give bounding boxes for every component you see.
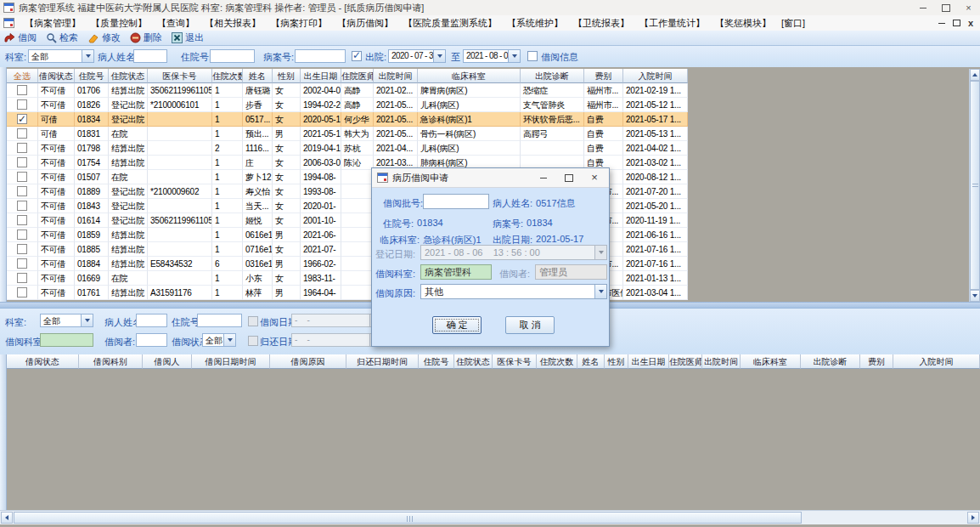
chevron-down-icon[interactable] [594, 285, 606, 298]
row-checkbox[interactable] [17, 287, 27, 298]
column-header[interactable]: 出院时间 [374, 69, 418, 83]
column-header[interactable]: 借阅日期时间 [192, 354, 270, 369]
table-row[interactable]: 不可借01798结算出院21116...女2019-04-12苏杭2021-04… [7, 141, 688, 156]
column-header[interactable]: 借阅科别 [79, 354, 143, 369]
row-checkbox[interactable] [17, 172, 27, 182]
column-header[interactable]: 归还日期时间 [346, 354, 419, 369]
menu-item[interactable]: 【病历借阅】 [332, 18, 398, 28]
table-row[interactable]: 不可借01826登记出院*21000061011步香女1994-02-20高静2… [7, 98, 688, 112]
admission-no-input[interactable] [210, 49, 255, 63]
borrow-date-checkbox[interactable] [248, 316, 258, 326]
row-checkbox[interactable] [17, 201, 27, 211]
menu-item[interactable]: 【病案打印】 [266, 18, 332, 28]
column-header[interactable]: 姓名 [243, 69, 273, 83]
chevron-down-icon[interactable] [223, 334, 235, 346]
column-header[interactable]: 全选 [7, 69, 38, 83]
row-checkbox[interactable] [17, 258, 27, 269]
menu-item[interactable]: [窗口] [776, 18, 810, 28]
discharge-checkbox[interactable] [352, 51, 362, 61]
row-checkbox[interactable] [17, 128, 27, 139]
column-header[interactable]: 住院状态 [454, 354, 493, 369]
menu-item[interactable]: 【系统维护】 [502, 18, 568, 28]
row-checkbox[interactable] [17, 215, 27, 225]
admission-no-input[interactable] [197, 314, 242, 327]
menu-item[interactable]: 【质量控制】 [86, 18, 152, 28]
borrow-status-select[interactable]: 全部 [202, 333, 236, 347]
row-checkbox[interactable] [17, 273, 27, 283]
column-header[interactable]: 住院号 [419, 354, 454, 369]
dialog-close-icon[interactable]: × [582, 168, 607, 187]
column-header[interactable]: 住院次数 [537, 354, 577, 369]
column-header[interactable]: 性别 [605, 354, 628, 369]
horizontal-scrollbar[interactable] [0, 510, 980, 524]
column-header[interactable]: 借阅原因 [270, 354, 346, 369]
column-header[interactable]: 费别 [860, 354, 893, 369]
table-row[interactable]: 可借01834登记出院10517...女2020-05-17何少华2021-05… [7, 112, 688, 127]
mdi-restore-icon[interactable] [953, 20, 960, 26]
column-header[interactable]: 出生日期 [301, 69, 341, 83]
maximize-icon[interactable] [934, 0, 957, 15]
column-header[interactable]: 入院时间 [893, 354, 980, 369]
edit-button[interactable]: 修改 [87, 31, 121, 44]
chevron-down-icon[interactable] [508, 50, 520, 62]
dialog-minimize-icon[interactable] [531, 168, 556, 187]
cancel-button[interactable]: 取 消 [505, 316, 555, 334]
chevron-down-icon[interactable] [81, 314, 93, 326]
discharge-to-date[interactable]: 2021 - 08 - 06 [463, 49, 521, 63]
column-header[interactable]: 出生日期 [628, 354, 669, 369]
column-header[interactable]: 住院次数 [212, 69, 243, 83]
mdi-close-icon[interactable]: x [968, 19, 973, 27]
column-header[interactable]: 住院医师 [341, 69, 374, 83]
patient-name-input[interactable] [136, 314, 167, 327]
column-header[interactable]: 姓名 [577, 354, 605, 369]
mdi-minimize-icon[interactable] [938, 23, 945, 24]
menu-item[interactable]: 【医院质量监测系统】 [398, 18, 502, 28]
case-no-input[interactable] [295, 49, 346, 63]
row-checkbox[interactable] [17, 157, 27, 167]
close-icon[interactable]: × [957, 0, 980, 15]
exit-button[interactable]: 退出 [172, 31, 204, 44]
scroll-up-icon[interactable] [970, 69, 980, 81]
chevron-down-icon[interactable] [433, 50, 445, 62]
column-header[interactable]: 借阅状态 [7, 354, 79, 369]
row-checkbox[interactable] [17, 186, 27, 196]
return-date-checkbox[interactable] [248, 336, 258, 346]
borrow-button[interactable]: 借阅 [3, 31, 37, 44]
table-row[interactable]: 可借01831在院1预出...男2021-05-13韩大为2021-05...骨… [7, 127, 688, 141]
scroll-right-icon[interactable] [967, 512, 979, 524]
scrollbar-thumb[interactable] [970, 81, 980, 290]
menu-item[interactable]: 【奖惩模块】 [710, 18, 776, 28]
column-header[interactable]: 费别 [584, 69, 623, 83]
scrollbar-thumb[interactable] [14, 512, 802, 524]
column-header[interactable]: 住院状态 [109, 69, 148, 83]
column-header[interactable]: 借阅状态 [38, 69, 75, 83]
search-button[interactable]: 检索 [46, 31, 78, 44]
column-header[interactable]: 医保卡号 [148, 69, 212, 83]
discharge-from-date[interactable]: 2020 - 07 - 30 [388, 49, 446, 63]
menu-item[interactable]: 【工作量统计】 [634, 18, 710, 28]
dept-select[interactable]: 全部 [28, 49, 94, 63]
table-row[interactable]: 不可借01706结算出院3506211996110500...1唐钰璐女2002… [7, 83, 688, 98]
chevron-down-icon[interactable] [82, 50, 93, 62]
ok-button[interactable]: 确 定 [432, 316, 482, 334]
row-checkbox[interactable] [17, 143, 27, 153]
column-header[interactable]: 借阅人 [143, 354, 192, 369]
batch-input[interactable] [423, 194, 489, 209]
column-header[interactable]: 出院诊断 [521, 69, 584, 83]
row-checkbox[interactable] [17, 85, 27, 95]
row-checkbox[interactable] [17, 230, 27, 240]
menu-item[interactable]: 【相关报表】 [200, 18, 266, 28]
menu-item[interactable]: 【查询】 [152, 18, 200, 28]
borrower-input[interactable] [136, 333, 167, 347]
row-checkbox[interactable] [17, 114, 27, 124]
scroll-down-icon[interactable] [970, 290, 980, 302]
dept-select[interactable]: 全部 [40, 314, 93, 327]
borrow-dept-input[interactable] [40, 333, 93, 347]
column-header[interactable]: 出院时间 [702, 354, 741, 369]
minimize-icon[interactable] [911, 0, 934, 15]
borrow-info-checkbox[interactable] [527, 51, 538, 61]
column-header[interactable]: 临床科室 [418, 69, 521, 83]
dialog-title-bar[interactable]: 病历借阅申请 × [372, 168, 609, 188]
column-header[interactable]: 住院医师 [669, 354, 702, 369]
dialog-maximize-icon[interactable] [556, 168, 582, 187]
